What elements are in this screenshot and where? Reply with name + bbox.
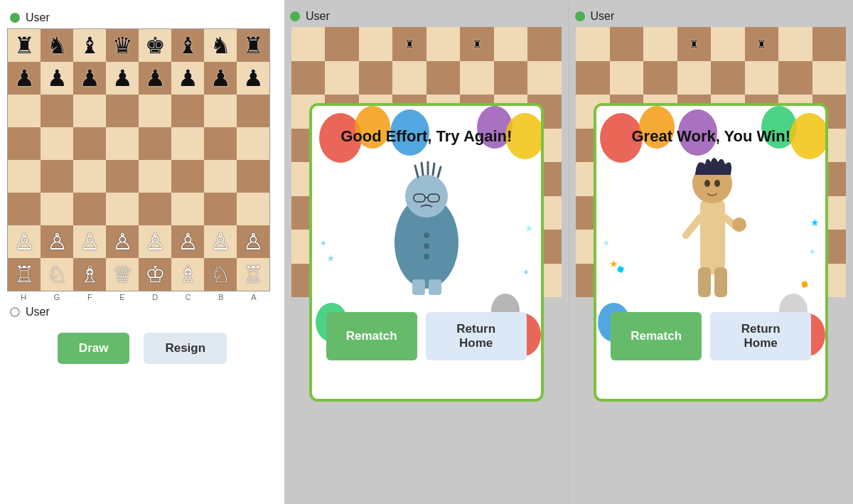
board-cell[interactable] — [139, 160, 171, 193]
win-modal-overlay: ✦ ★ ✦ ★ Great Work, You Win! — [569, 0, 854, 504]
board-cell[interactable] — [237, 127, 269, 160]
w-balloon-yellow — [790, 113, 825, 159]
loss-return-button[interactable]: Return Home — [426, 312, 527, 360]
board-cell[interactable] — [8, 193, 41, 225]
svg-line-6 — [438, 167, 441, 177]
player-online-dot — [10, 13, 20, 23]
board-cell[interactable]: ♙ — [171, 225, 204, 258]
board-cell[interactable] — [171, 193, 204, 225]
board-cell[interactable]: ♔ — [139, 258, 171, 291]
svg-rect-15 — [700, 196, 725, 274]
loss-rematch-button[interactable]: Rematch — [326, 312, 417, 360]
board-cell[interactable]: ♙ — [139, 225, 171, 258]
w-star-4: ★ — [810, 217, 820, 228]
board-cell[interactable]: ♞ — [204, 29, 237, 62]
board-cell[interactable] — [204, 127, 237, 160]
win-card-title: Great Work, You Win! — [632, 127, 791, 146]
board-cell[interactable]: ♟ — [41, 62, 73, 95]
board-cell[interactable]: ♞ — [41, 29, 73, 62]
board-cell[interactable] — [139, 95, 171, 127]
loss-modal-overlay: ✦ ★ ✦ ★ Good Effort, Try Again! — [284, 0, 569, 504]
win-character — [654, 157, 768, 299]
star-4: ★ — [525, 222, 534, 234]
board-cell[interactable] — [106, 95, 139, 127]
board-cell[interactable] — [41, 127, 73, 160]
board-cell[interactable]: ♜ — [237, 29, 269, 62]
board-cell[interactable]: ♘ — [204, 258, 237, 291]
board-cell[interactable]: ♝ — [171, 29, 204, 62]
svg-point-21 — [732, 218, 746, 232]
board-cell[interactable]: ♟ — [204, 62, 237, 95]
board-cell[interactable]: ♙ — [237, 225, 269, 258]
board-cell[interactable] — [237, 193, 269, 225]
board-cell[interactable]: ♟ — [73, 62, 106, 95]
board-cell[interactable] — [8, 160, 41, 193]
board-cell[interactable]: ♗ — [73, 258, 106, 291]
board-cell[interactable]: ♟ — [106, 62, 139, 95]
draw-button[interactable]: Draw — [58, 333, 130, 364]
svg-point-13 — [424, 243, 429, 249]
svg-line-3 — [422, 163, 423, 175]
win-rematch-button[interactable]: Rematch — [611, 312, 702, 360]
board-cell[interactable]: ♟ — [237, 62, 269, 95]
svg-rect-23 — [714, 267, 727, 297]
board-cell[interactable]: ♝ — [73, 29, 106, 62]
bottom-player-row: User — [7, 301, 277, 323]
resign-button[interactable]: Resign — [144, 333, 227, 364]
board-cell[interactable] — [139, 193, 171, 225]
board-cell[interactable]: ♙ — [41, 225, 73, 258]
board-cell[interactable]: ♘ — [41, 258, 73, 291]
w-star-3: ✦ — [808, 246, 817, 257]
board-cell[interactable] — [204, 160, 237, 193]
left-panel: User ♜♞♝♛♚♝♞♜♟♟♟♟♟♟♟♟♙♙♙♙♙♙♙♙♖♘♗♕♔♗♘♖ H … — [0, 0, 284, 504]
svg-line-2 — [415, 166, 418, 177]
board-cell[interactable] — [171, 127, 204, 160]
board-cell[interactable] — [171, 160, 204, 193]
board-cell[interactable] — [8, 95, 41, 127]
board-cell[interactable]: ♟ — [139, 62, 171, 95]
board-cell[interactable]: ♖ — [8, 258, 41, 291]
board-cell[interactable]: ♖ — [237, 258, 269, 291]
board-cell[interactable] — [106, 193, 139, 225]
chess-board-container: ♜♞♝♛♚♝♞♜♟♟♟♟♟♟♟♟♙♙♙♙♙♙♙♙♖♘♗♕♔♗♘♖ H G F E… — [7, 28, 277, 301]
board-cell[interactable] — [237, 160, 269, 193]
top-player-name: User — [26, 11, 50, 24]
board-cell[interactable]: ♜ — [8, 29, 41, 62]
svg-point-17 — [704, 180, 710, 187]
svg-point-14 — [424, 254, 429, 259]
board-cell[interactable] — [41, 193, 73, 225]
board-cell[interactable]: ♟ — [171, 62, 204, 95]
star-1: ✦ — [319, 237, 328, 249]
board-cell[interactable] — [73, 95, 106, 127]
board-cell[interactable] — [8, 127, 41, 160]
board-cell[interactable]: ♗ — [171, 258, 204, 291]
board-cell[interactable]: ♕ — [106, 258, 139, 291]
board-cell[interactable] — [73, 193, 106, 225]
board-cell[interactable] — [171, 95, 204, 127]
board-cell[interactable]: ♙ — [8, 225, 41, 258]
win-return-button[interactable]: Return Home — [710, 312, 811, 360]
w-star-1: ✦ — [602, 237, 611, 249]
loss-card-title: Good Effort, Try Again! — [340, 127, 512, 146]
board-cell[interactable]: ♚ — [139, 29, 171, 62]
board-cell[interactable] — [106, 160, 139, 193]
right-area: User ♜♜ ✦ ★ ✦ ★ — [284, 0, 853, 504]
board-cell[interactable] — [73, 127, 106, 160]
player-offline-dot — [10, 307, 20, 317]
board-cell[interactable]: ♙ — [106, 225, 139, 258]
board-cell[interactable] — [73, 160, 106, 193]
board-cell[interactable]: ♛ — [106, 29, 139, 62]
confetti-1 — [617, 266, 624, 273]
board-cell[interactable]: ♙ — [204, 225, 237, 258]
board-cell[interactable] — [237, 95, 269, 127]
board-cell[interactable] — [41, 95, 73, 127]
board-cell[interactable]: ♟ — [8, 62, 41, 95]
board-cell[interactable] — [41, 160, 73, 193]
board-cell[interactable]: ♙ — [73, 225, 106, 258]
board-cell[interactable] — [139, 127, 171, 160]
board-cell[interactable] — [106, 127, 139, 160]
loss-character — [370, 157, 483, 299]
svg-rect-10 — [412, 279, 425, 295]
board-cell[interactable] — [204, 193, 237, 225]
board-cell[interactable] — [204, 95, 237, 127]
